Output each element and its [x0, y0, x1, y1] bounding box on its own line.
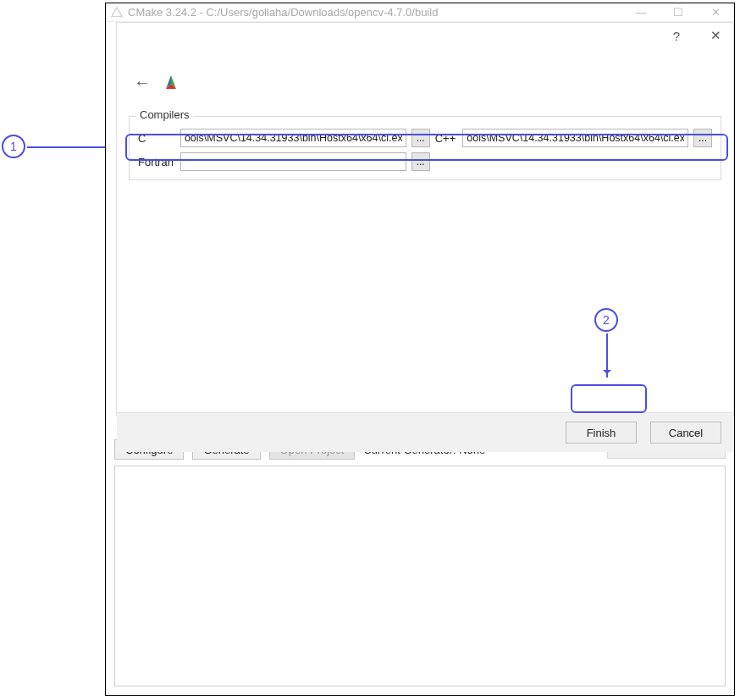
- titlebar: CMake 3.24.2 - C:/Users/gollaha/Download…: [106, 3, 734, 22]
- compilers-legend: Compilers: [136, 108, 193, 121]
- back-arrow-icon[interactable]: ←: [134, 74, 151, 91]
- svg-marker-0: [112, 7, 123, 16]
- minimize-button[interactable]: —: [622, 6, 660, 19]
- help-icon[interactable]: ?: [673, 29, 680, 43]
- cpp-browse-button[interactable]: ...: [693, 129, 712, 147]
- fortran-compiler-input[interactable]: [180, 152, 406, 171]
- maximize-button[interactable]: ☐: [660, 6, 697, 19]
- window-title: CMake 3.24.2 - C:/Users/gollaha/Download…: [128, 6, 622, 19]
- cancel-button[interactable]: Cancel: [650, 422, 721, 444]
- wizard-dialog: ? ✕ ← Compilers: [116, 22, 734, 416]
- dialog-header: ? ✕: [117, 23, 733, 48]
- cpp-compiler-input[interactable]: [462, 129, 688, 147]
- finish-button[interactable]: Finish: [566, 422, 637, 444]
- callout-1-text: 1: [10, 140, 17, 153]
- main-window: CMake 3.24.2 - C:/Users/gollaha/Download…: [105, 3, 735, 696]
- c-compiler-input[interactable]: [180, 129, 406, 147]
- dialog-body: ← Compilers C ...: [117, 48, 733, 412]
- callout-1: 1: [2, 135, 25, 158]
- c-browse-button[interactable]: ...: [411, 129, 430, 147]
- compilers-group: Compilers C ... C++ ... Fortran ...: [129, 116, 721, 180]
- cpp-label: C++: [435, 132, 458, 145]
- fortran-label: Fortran: [138, 156, 175, 168]
- cmake-icon: [111, 7, 123, 19]
- cmake-logo-icon: [163, 74, 179, 90]
- fortran-browse-button[interactable]: ...: [411, 152, 430, 171]
- dialog-close-icon[interactable]: ✕: [710, 28, 721, 43]
- dialog-footer: Finish Cancel: [117, 412, 733, 452]
- dialog-nav: ←: [129, 74, 721, 91]
- c-label: C: [138, 132, 175, 145]
- close-button[interactable]: ✕: [697, 6, 734, 19]
- output-pane[interactable]: [114, 466, 726, 686]
